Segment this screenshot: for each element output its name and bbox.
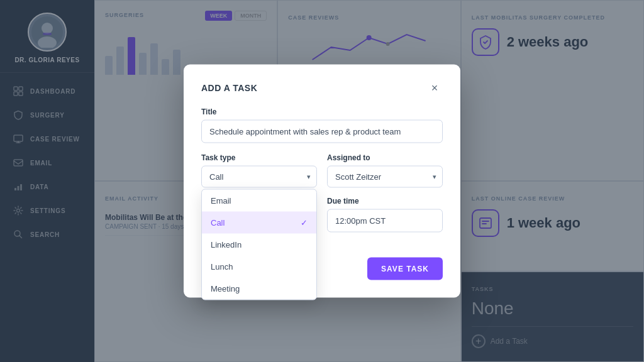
checkmark-icon: ✓ bbox=[301, 218, 308, 228]
task-type-label: Task type bbox=[201, 153, 317, 162]
modal-header: ADD A TASK × bbox=[201, 80, 443, 96]
modal-title: ADD A TASK bbox=[201, 83, 257, 93]
due-time-label: Due time bbox=[327, 197, 443, 206]
task-type-col: Task type Call ▾ Email Call ✓ LinkedIn bbox=[201, 153, 317, 245]
title-label: Title bbox=[201, 107, 443, 116]
dropdown-item-meeting[interactable]: Meeting bbox=[202, 278, 316, 300]
title-input[interactable] bbox=[201, 120, 443, 143]
modal-close-button[interactable]: × bbox=[426, 80, 443, 96]
dropdown-item-linkedin[interactable]: LinkedIn bbox=[202, 234, 316, 256]
dropdown-item-lunch[interactable]: Lunch bbox=[202, 256, 316, 278]
save-task-button[interactable]: SAVE TASK bbox=[367, 258, 443, 280]
due-time-input[interactable] bbox=[327, 209, 443, 233]
task-type-select[interactable]: Call bbox=[201, 166, 317, 188]
dropdown-item-email[interactable]: Email bbox=[202, 190, 316, 212]
task-type-dropdown: Email Call ✓ LinkedIn Lunch Meeting bbox=[201, 189, 317, 300]
dropdown-item-call[interactable]: Call ✓ bbox=[202, 212, 316, 234]
due-time-section: Due time bbox=[327, 197, 443, 233]
add-task-modal: ADD A TASK × Title Task type Call ▾ Emai… bbox=[184, 65, 460, 298]
form-row-1: Task type Call ▾ Email Call ✓ LinkedIn bbox=[201, 153, 443, 245]
assigned-to-col: Assigned to Scott Zeitzer ▾ Due time bbox=[327, 153, 443, 245]
task-type-select-wrapper: Call ▾ Email Call ✓ LinkedIn Lunch bbox=[201, 166, 317, 188]
assigned-to-label: Assigned to bbox=[327, 153, 443, 162]
assigned-to-select[interactable]: Scott Zeitzer bbox=[327, 166, 443, 188]
assigned-to-select-wrapper: Scott Zeitzer ▾ bbox=[327, 166, 443, 188]
